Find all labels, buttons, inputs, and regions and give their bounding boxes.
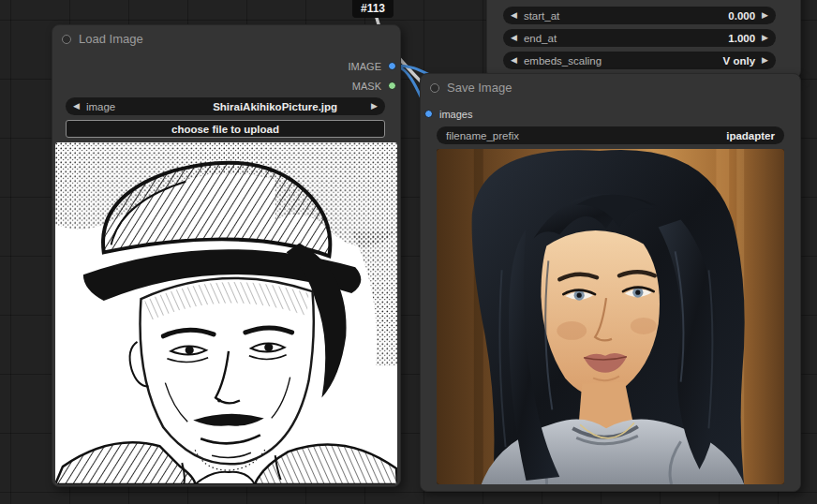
next-arrow-icon[interactable]: ▶: [371, 97, 378, 115]
widget-label: start_at: [524, 10, 559, 22]
woman-portrait-image: [437, 149, 784, 484]
save-image-preview: [437, 149, 784, 484]
increment-arrow-icon[interactable]: ▶: [762, 29, 768, 47]
filename-prefix-widget[interactable]: filename_prefix ipadapter: [437, 126, 784, 144]
decrement-arrow-icon[interactable]: ◀: [511, 29, 517, 47]
input-label-images: images: [439, 109, 472, 120]
ipadapter-node[interactable]: ◀ start_at 0.000 ▶ ◀ end_at 1.000 ▶ ◀ em…: [486, 0, 801, 79]
widget-value[interactable]: 0.000: [728, 10, 755, 22]
node-graph-canvas[interactable]: #113 ◀ start_at 0.000 ▶ ◀ end_at 1.000 ▶…: [0, 0, 817, 504]
widget-value[interactable]: ShiraiAkihikoPicture.jpg: [115, 101, 371, 112]
node-title: Load Image: [79, 32, 143, 46]
widget-label: end_at: [524, 33, 557, 44]
output-label-image: IMAGE: [349, 61, 381, 72]
node-order-badge: #113: [352, 0, 394, 18]
sketch-portrait-image: [55, 142, 397, 484]
widget-value[interactable]: ipadapter: [726, 130, 775, 141]
node-title: Save Image: [447, 81, 512, 95]
image-combo-widget[interactable]: ◀ image ShiraiAkihikoPicture.jpg ▶: [66, 97, 385, 115]
save-image-title-bar[interactable]: Save Image: [430, 81, 512, 95]
input-slot-images[interactable]: [424, 110, 433, 118]
embeds-scaling-widget[interactable]: ◀ embeds_scaling V only ▶: [503, 52, 776, 69]
choose-file-button[interactable]: choose file to upload: [66, 120, 385, 138]
prev-arrow-icon[interactable]: ◀: [73, 97, 80, 115]
end-at-widget[interactable]: ◀ end_at 1.000 ▶: [503, 29, 776, 47]
widget-value[interactable]: 1.000: [728, 33, 755, 44]
load-image-preview: [55, 142, 397, 484]
decrement-arrow-icon[interactable]: ◀: [511, 52, 517, 69]
increment-arrow-icon[interactable]: ▶: [762, 7, 768, 24]
load-image-title-bar[interactable]: Load Image: [62, 32, 143, 46]
load-image-node[interactable]: Load Image IMAGE MASK ◀ image ShiraiAkih…: [52, 24, 401, 487]
widget-label: embeds_scaling: [524, 55, 602, 67]
output-slot-image[interactable]: [388, 62, 396, 70]
increment-arrow-icon[interactable]: ▶: [762, 52, 768, 69]
collapse-dot-icon[interactable]: [62, 35, 71, 44]
widget-label: filename_prefix: [446, 130, 519, 141]
widget-label: image: [86, 101, 115, 112]
widget-value[interactable]: V only: [723, 55, 756, 67]
collapse-dot-icon[interactable]: [430, 83, 439, 93]
decrement-arrow-icon[interactable]: ◀: [511, 7, 517, 24]
start-at-widget[interactable]: ◀ start_at 0.000 ▶: [503, 7, 776, 24]
output-label-mask: MASK: [352, 81, 381, 92]
save-image-node[interactable]: Save Image images filename_prefix ipadap…: [420, 73, 801, 492]
output-slot-mask[interactable]: [388, 82, 396, 90]
